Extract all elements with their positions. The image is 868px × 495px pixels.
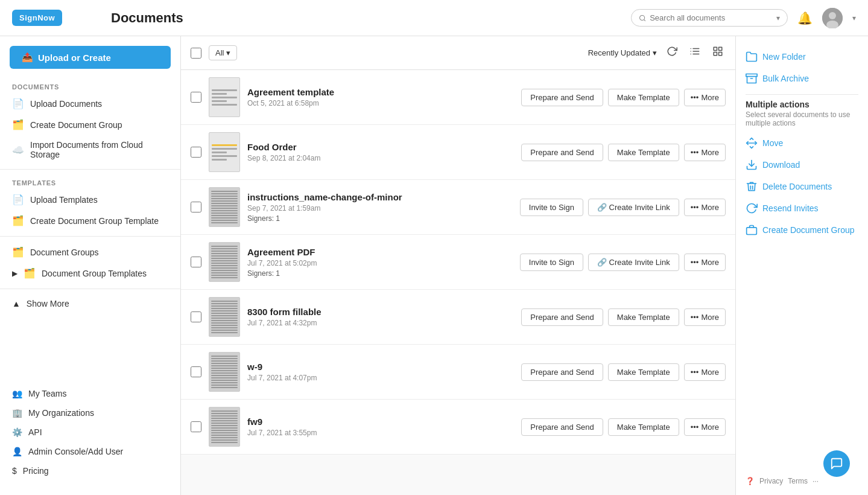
doc-checkbox[interactable]: [191, 257, 201, 267]
new-folder-button[interactable]: New Folder: [746, 46, 858, 68]
prepare-and-send-button[interactable]: Prepare and Send: [521, 363, 603, 381]
resend-invites-button[interactable]: Resend Invites: [746, 197, 858, 219]
search-input[interactable]: [650, 13, 773, 22]
templates-section-label: TEMPLATES: [0, 174, 180, 189]
sidebar-item-show-more[interactable]: ▲ Show More: [0, 294, 180, 313]
header-icons: 🔔 ▾: [797, 8, 856, 28]
delete-documents-button[interactable]: Delete Documents: [746, 176, 858, 197]
make-template-button[interactable]: Make Template: [608, 89, 679, 106]
sidebar-item-my-teams[interactable]: 👥 My Teams: [0, 384, 180, 403]
link-icon: 🔗: [597, 258, 607, 267]
upload-or-create-button[interactable]: 📤 Upload or Create: [10, 46, 171, 69]
terms-link[interactable]: Terms: [788, 477, 808, 485]
table-row: w-9Jul 7, 2021 at 4:07pmPrepare and Send…: [181, 345, 735, 400]
more-button[interactable]: ••• More: [684, 89, 726, 106]
more-button[interactable]: ••• More: [684, 308, 726, 326]
make-template-button[interactable]: Make Template: [608, 418, 679, 436]
create-invite-link-button[interactable]: 🔗 Create Invite Link: [588, 254, 679, 271]
document-group-icon: 🗂️: [12, 119, 24, 130]
doc-name[interactable]: instructions_name-change-of-minor: [247, 192, 513, 202]
doc-thumbnail: [209, 77, 240, 117]
filter-dropdown[interactable]: All ▾: [209, 45, 237, 60]
sidebar-bottom: 👥 My Teams 🏢 My Organizations ⚙️ API 👤 A…: [0, 379, 180, 485]
chevron-down-icon-avatar[interactable]: ▾: [852, 14, 856, 22]
doc-name[interactable]: fw9: [247, 417, 514, 427]
sort-dropdown[interactable]: Recently Updated ▾: [588, 48, 657, 57]
more-button[interactable]: ••• More: [684, 363, 726, 381]
trash-icon: [746, 180, 758, 193]
page-title: Documents: [111, 10, 621, 26]
create-invite-link-button[interactable]: 🔗 Create Invite Link: [588, 199, 679, 216]
folder-icon: [746, 51, 758, 63]
prepare-and-send-button[interactable]: Prepare and Send: [521, 308, 603, 326]
ellipsis-icon: •••: [691, 368, 699, 377]
svg-point-3: [829, 12, 836, 19]
doc-name[interactable]: Agreement template: [247, 87, 514, 97]
make-template-button[interactable]: Make Template: [608, 144, 679, 161]
doc-info: w-9Jul 7, 2021 at 4:07pm: [247, 362, 514, 382]
doc-thumbnail: [209, 407, 240, 447]
invite-to-sign-button[interactable]: Invite to Sign: [520, 254, 583, 271]
doc-date: Sep 7, 2021 at 1:59am: [247, 204, 513, 212]
make-template-button[interactable]: Make Template: [608, 363, 679, 381]
doc-name[interactable]: w-9: [247, 362, 514, 372]
doc-date: Jul 7, 2021 at 4:07pm: [247, 374, 514, 382]
main-content: All ▾ Recently Updated ▾ Agreement templ…: [181, 36, 735, 495]
doc-checkbox[interactable]: [191, 366, 201, 377]
download-button[interactable]: Download: [746, 154, 858, 176]
doc-checkbox[interactable]: [191, 92, 201, 103]
avatar[interactable]: [822, 8, 843, 28]
table-row: 8300 form fillableJul 7, 2021 at 4:32pmP…: [181, 290, 735, 345]
doc-checkbox[interactable]: [191, 147, 201, 158]
more-options[interactable]: ···: [813, 477, 819, 485]
move-button[interactable]: Move: [746, 132, 858, 154]
bulk-archive-button[interactable]: Bulk Archive: [746, 68, 858, 89]
doc-thumbnail: [209, 132, 240, 172]
more-button[interactable]: ••• More: [684, 199, 726, 216]
make-template-button[interactable]: Make Template: [608, 308, 679, 326]
chat-fab[interactable]: [823, 450, 850, 477]
doc-name[interactable]: 8300 form fillable: [247, 307, 514, 317]
refresh-button[interactable]: [664, 43, 680, 62]
prepare-and-send-button[interactable]: Prepare and Send: [521, 89, 603, 106]
prepare-and-send-button[interactable]: Prepare and Send: [521, 418, 603, 436]
logo[interactable]: SignNow: [12, 10, 62, 26]
doc-name[interactable]: Food Order: [247, 142, 514, 152]
more-button[interactable]: ••• More: [684, 418, 726, 436]
doc-checkbox[interactable]: [191, 311, 201, 322]
sidebar-item-admin-console[interactable]: 👤 Admin Console/Add User: [0, 442, 180, 461]
sidebar-item-upload-templates[interactable]: 📄 Upload Templates: [0, 189, 180, 210]
doc-checkbox[interactable]: [191, 421, 201, 432]
sidebar-item-document-groups[interactable]: 🗂️ Document Groups: [0, 241, 180, 263]
more-button[interactable]: ••• More: [684, 254, 726, 271]
sidebar-item-create-document-group[interactable]: 🗂️ Create Document Group: [0, 114, 180, 135]
invite-to-sign-button[interactable]: Invite to Sign: [520, 199, 583, 216]
view-toggle-button[interactable]: [710, 43, 726, 62]
help-icon[interactable]: ❓: [746, 477, 755, 485]
admin-icon: 👤: [12, 447, 22, 456]
teams-icon: 👥: [12, 389, 22, 398]
doc-info: 8300 form fillableJul 7, 2021 at 4:32pm: [247, 307, 514, 327]
sidebar-item-create-doc-group-template[interactable]: 🗂️ Create Document Group Template: [0, 210, 180, 231]
privacy-link[interactable]: Privacy: [759, 477, 783, 485]
sidebar-item-api[interactable]: ⚙️ API: [0, 423, 180, 442]
sidebar-item-my-organizations[interactable]: 🏢 My Organizations: [0, 403, 180, 423]
ellipsis-icon: •••: [691, 203, 699, 212]
create-document-group-button[interactable]: Create Document Group: [746, 219, 858, 241]
chevron-down-icon[interactable]: ▾: [776, 14, 780, 22]
search-bar[interactable]: ▾: [631, 9, 788, 27]
sidebar-item-import-cloud[interactable]: ☁️ Import Documents from Cloud Storage: [0, 135, 180, 164]
sidebar-item-document-group-templates[interactable]: ▶ 🗂️ Document Group Templates: [0, 263, 180, 284]
more-button[interactable]: ••• More: [684, 144, 726, 161]
svg-rect-11: [714, 47, 717, 50]
select-all-checkbox[interactable]: [191, 48, 201, 59]
doc-name[interactable]: Agreement PDF: [247, 247, 513, 257]
doc-checkbox[interactable]: [191, 202, 201, 212]
prepare-and-send-button[interactable]: Prepare and Send: [521, 144, 603, 161]
bell-icon[interactable]: 🔔: [797, 11, 813, 25]
sidebar-item-upload-documents[interactable]: 📄 Upload Documents: [0, 93, 180, 114]
filter-options-button[interactable]: [687, 43, 703, 62]
doc-group-template-icon: 🗂️: [12, 215, 24, 226]
sidebar: 📤 Upload or Create DOCUMENTS 📄 Upload Do…: [0, 36, 181, 495]
sidebar-item-pricing[interactable]: $ Pricing: [0, 461, 180, 481]
